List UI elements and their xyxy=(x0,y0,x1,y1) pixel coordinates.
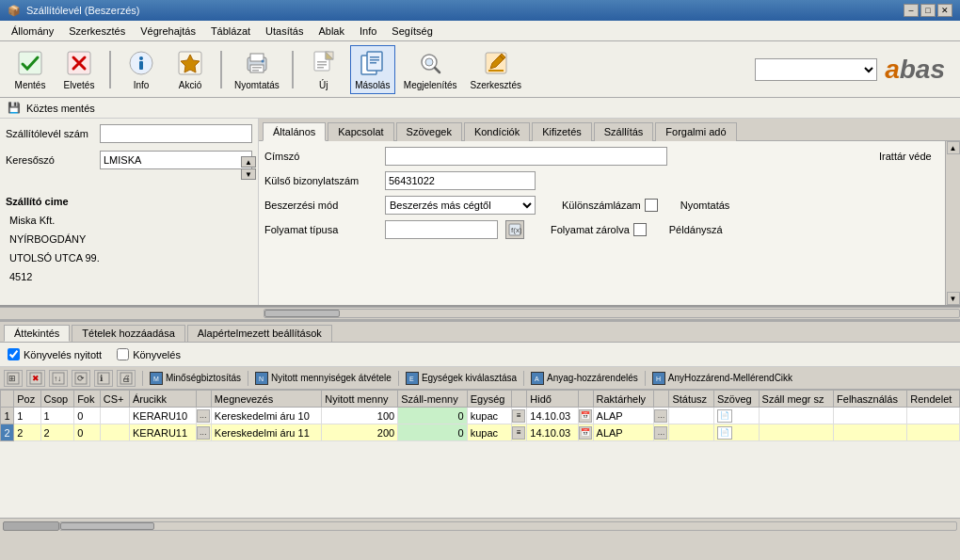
folyamat-input[interactable] xyxy=(385,220,498,239)
hscroll-left-thumb[interactable] xyxy=(3,521,59,531)
nyomtatas-button[interactable]: Nyomtatás xyxy=(230,45,284,94)
tbl-anyhozzarend[interactable]: H AnyHozzárend-MellérendCikk xyxy=(652,372,792,385)
kulonszemlazzam-checkbox[interactable] xyxy=(645,199,658,212)
row-2-hido[interactable]: 14.10.03 xyxy=(527,424,578,441)
col-header-csop[interactable]: Csop xyxy=(40,391,74,408)
col-header-raktarhely[interactable]: Raktárhely xyxy=(593,391,654,408)
tbl-minosegtab[interactable]: M Minőségbiztosítás xyxy=(150,372,241,385)
row-1-hido-btn[interactable]: 📅 xyxy=(578,408,593,424)
row-2-rendelet[interactable] xyxy=(907,424,960,441)
info-button[interactable]: Info xyxy=(119,45,164,94)
tab-szallitas[interactable]: Szállítás xyxy=(594,122,654,141)
row-2-szall-megr-sz[interactable] xyxy=(759,424,834,441)
row-2-raktarhely[interactable]: ALAP xyxy=(593,424,654,441)
row-1-egyseg-btn[interactable]: ≡ xyxy=(512,408,527,424)
row-1-csop[interactable]: 1 xyxy=(40,408,74,424)
close-button[interactable]: ✕ xyxy=(937,4,952,17)
menu-segitseg[interactable]: Segítség xyxy=(384,24,440,39)
row-2-csp[interactable] xyxy=(100,424,129,441)
tbl-btn-2[interactable]: ✖ xyxy=(26,370,45,387)
row-1-egyseg[interactable]: kupac xyxy=(467,408,512,424)
tbl-btn-1[interactable]: ⊞ xyxy=(4,370,23,387)
col-header-poz[interactable]: Poz xyxy=(14,391,40,408)
tbl-anyag[interactable]: A Anyag-hozzárendelés xyxy=(531,372,638,385)
col-header-egyseg[interactable]: Egység xyxy=(467,391,512,408)
tbl-btn-5[interactable]: ℹ xyxy=(94,370,113,387)
scrollbar-up-btn[interactable]: ▲ xyxy=(947,141,960,154)
folyamat-calc-btn[interactable]: f(x) xyxy=(505,220,524,239)
konyveles-checkbox[interactable] xyxy=(117,348,129,360)
tab-forgalmi-ado[interactable]: Forgalmi adó xyxy=(655,122,736,141)
masolas-button[interactable]: Másolás xyxy=(350,45,395,94)
row-2-szoveg[interactable]: 📄 xyxy=(713,424,759,441)
col-header-szoveg[interactable]: Szöveg xyxy=(713,391,759,408)
folyamat-zarolva-checkbox[interactable] xyxy=(633,223,647,236)
scroll-down[interactable]: ▼ xyxy=(241,168,256,180)
tab-kondiciok[interactable]: Kondíciók xyxy=(464,122,530,141)
menu-tablazat[interactable]: Táblázat xyxy=(203,24,258,39)
szallitolevel-input[interactable] xyxy=(100,124,252,143)
tab-kapcsolat[interactable]: Kapcsolat xyxy=(328,122,393,141)
row-1-megnevezes[interactable]: Kereskedelmi áru 10 xyxy=(211,408,321,424)
row-1-szall-menny[interactable]: 0 xyxy=(398,408,468,424)
col-header-megnevezes[interactable]: Megnevezés xyxy=(211,391,321,408)
konyveles-nyitott-checkbox[interactable] xyxy=(8,348,20,360)
tab-altalanos[interactable]: Általános xyxy=(263,122,326,141)
row-1-raktarhely[interactable]: ALAP xyxy=(593,408,654,424)
row-2-megnevezes[interactable]: Kereskedelmi áru 11 xyxy=(211,424,321,441)
row-2-status[interactable] xyxy=(669,424,714,441)
toolbar-dropdown[interactable] xyxy=(755,58,877,81)
row-1-fok[interactable]: 0 xyxy=(74,408,101,424)
col-header-rendelet[interactable]: Rendelet xyxy=(907,391,960,408)
row-2-raktarhely-btn[interactable]: … xyxy=(654,424,669,441)
row-2-arucikk-btn[interactable]: … xyxy=(196,424,211,441)
szerkesztes-button[interactable]: Szerkesztés xyxy=(466,45,526,94)
col-header-szall-menny[interactable]: Száll-menny xyxy=(398,391,468,408)
row-1-raktarhely-btn[interactable]: … xyxy=(654,408,669,424)
akcio-button[interactable]: Akció xyxy=(168,45,213,94)
row-2-egyseg[interactable]: kupac xyxy=(467,424,512,441)
minimize-button[interactable]: – xyxy=(904,4,919,17)
row-1-status[interactable] xyxy=(669,408,714,424)
tbl-egysegek[interactable]: E Egységek kiválasztása xyxy=(406,372,517,385)
menu-allomany[interactable]: Állomány xyxy=(4,24,61,39)
menu-vegrehajtás[interactable]: Végrehajtás xyxy=(133,24,203,39)
row-2-fok[interactable]: 0 xyxy=(74,424,101,441)
hscroll-thumb[interactable] xyxy=(60,522,154,530)
row-1-rendelet[interactable] xyxy=(907,408,960,424)
tab-szovegek[interactable]: Szövegek xyxy=(396,122,462,141)
col-header-szall-megr-sz[interactable]: Száll megr sz xyxy=(759,391,834,408)
menu-info[interactable]: Info xyxy=(352,24,384,39)
tbl-btn-3[interactable]: ↑↓ xyxy=(49,370,68,387)
tab-alapert[interactable]: Alapértelmezett beállítások xyxy=(187,325,332,342)
tbl-nyitott[interactable]: N Nyitott mennyiségek átvétele xyxy=(255,372,392,385)
tab-attekintes[interactable]: Áttekintés xyxy=(4,325,70,342)
row-2-arucikk[interactable]: KERARU11 xyxy=(130,424,197,441)
col-header-fok[interactable]: Fok xyxy=(74,391,101,408)
keresozo-input[interactable] xyxy=(100,151,252,169)
scroll-up[interactable]: ▲ xyxy=(241,156,256,168)
col-header-felhasznalasas[interactable]: Felhasználás xyxy=(834,391,907,408)
row-1-arucikk[interactable]: KERARU10 xyxy=(130,408,197,424)
tab-kifizetes[interactable]: Kifizetés xyxy=(532,122,592,141)
col-header-hido[interactable]: Hidő xyxy=(527,391,578,408)
row-2-szall-menny[interactable]: 0 xyxy=(398,424,468,441)
maximize-button[interactable]: □ xyxy=(920,4,936,17)
uj-button[interactable]: Új xyxy=(301,45,346,94)
menu-ablak[interactable]: Ablak xyxy=(311,24,352,39)
row-2-poz[interactable]: 2 xyxy=(14,424,40,441)
menu-utasitas[interactable]: Utasítás xyxy=(258,24,311,39)
kulso-input[interactable] xyxy=(385,171,536,190)
row-2-felhasznalasas[interactable] xyxy=(834,424,907,441)
row-1-szall-megr-sz[interactable] xyxy=(759,408,834,424)
row-1-arucikk-btn[interactable]: … xyxy=(196,408,211,424)
row-1-hido[interactable]: 14.10.03 xyxy=(527,408,578,424)
top-scrollbar-thumb[interactable] xyxy=(264,310,340,317)
cimzo-input[interactable] xyxy=(385,147,667,166)
scrollbar-down-btn[interactable]: ▼ xyxy=(947,292,960,305)
save-button[interactable]: Mentés xyxy=(8,45,53,94)
row-2-hido-btn[interactable]: 📅 xyxy=(578,424,593,441)
col-header-nyitott-menny[interactable]: Nyitott menny xyxy=(322,391,398,408)
menu-szerkesztes[interactable]: Szerkesztés xyxy=(61,24,133,39)
row-2-nyitott-menny[interactable]: 200 xyxy=(322,424,398,441)
